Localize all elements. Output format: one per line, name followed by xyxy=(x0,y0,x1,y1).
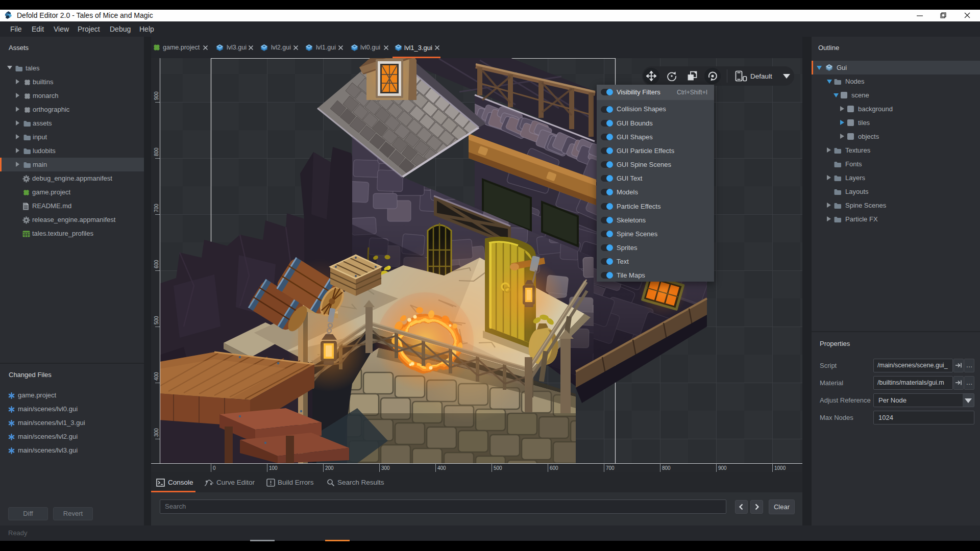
svg-text:500: 500 xyxy=(494,465,502,471)
svg-text:900: 900 xyxy=(154,91,159,100)
svg-text:300: 300 xyxy=(381,465,390,471)
svg-text:800: 800 xyxy=(154,147,159,156)
svg-text:200: 200 xyxy=(325,465,334,471)
svg-text:600: 600 xyxy=(154,260,159,268)
svg-text:900: 900 xyxy=(718,465,727,471)
svg-text:100: 100 xyxy=(269,465,278,471)
svg-text:300: 300 xyxy=(154,428,159,437)
svg-text:600: 600 xyxy=(550,465,558,471)
svg-text:400: 400 xyxy=(437,465,446,471)
svg-text:700: 700 xyxy=(606,465,615,471)
svg-text:700: 700 xyxy=(154,204,159,212)
svg-text:1000: 1000 xyxy=(774,465,786,471)
svg-text:800: 800 xyxy=(662,465,671,471)
svg-text:500: 500 xyxy=(154,316,159,324)
svg-text:400: 400 xyxy=(154,372,159,381)
svg-text:0: 0 xyxy=(213,465,216,471)
